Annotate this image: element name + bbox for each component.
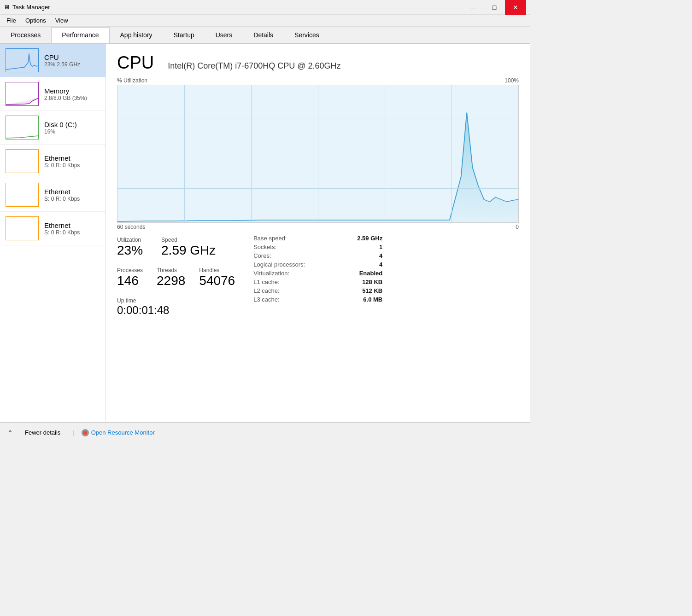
ethernet3-thumbnail — [6, 216, 39, 240]
threads-stat: Threads 2298 — [157, 265, 185, 290]
info-l3-val: 6.0 MB — [363, 296, 382, 303]
tab-processes[interactable]: Processes — [0, 27, 51, 43]
info-cores-val: 4 — [379, 252, 382, 259]
info-base-speed: Base speed: 2.59 GHz — [253, 235, 382, 242]
menu-bar: File Options View — [0, 15, 530, 27]
bottom-bar: ⌃ Fewer details | Open Resource Monitor — [0, 422, 530, 442]
memory-label: Memory — [44, 87, 87, 95]
uptime-stat: Up time 0:00:01:48 — [117, 296, 235, 319]
cpu-label: CPU — [44, 53, 80, 61]
menu-options[interactable]: Options — [21, 16, 51, 25]
tab-bar: Processes Performance App history Startu… — [0, 27, 530, 44]
grid-vert-1 — [184, 85, 185, 222]
tab-users[interactable]: Users — [205, 27, 243, 43]
memory-sub: 2.8/8.0 GB (35%) — [44, 95, 87, 101]
app-icon: 🖥 — [4, 4, 10, 11]
main-content: CPU 23% 2.59 GHz Memory 2.8/8.0 GB (35%) — [0, 44, 530, 422]
sidebar-item-ethernet1[interactable]: Ethernet S: 0 R: 0 Kbps — [0, 145, 106, 178]
info-l2cache: L2 cache: 512 KB — [253, 287, 382, 294]
info-cores: Cores: 4 — [253, 252, 382, 259]
menu-file[interactable]: File — [2, 16, 21, 25]
title-bar: 🖥 Task Manager — □ ✕ — [0, 0, 530, 15]
uptime-value: 0:00:01:48 — [117, 304, 235, 317]
ethernet2-label: Ethernet — [44, 188, 80, 196]
threads-value: 2298 — [157, 273, 185, 288]
disk-thumbnail — [6, 116, 39, 139]
cpu-info-section: Base speed: 2.59 GHz Sockets: 1 Cores: 4… — [253, 235, 382, 305]
chart-time-right: 0 — [516, 224, 519, 230]
cpu-sub: 23% 2.59 GHz — [44, 61, 80, 68]
chart-label-bottom: 60 seconds 0 — [117, 224, 519, 230]
grid-vert-5 — [452, 85, 452, 222]
grid-vert-4 — [385, 85, 385, 222]
stats-section: Utilization 23% Speed 2.59 GHz Processes… — [117, 235, 235, 319]
ethernet1-label: Ethernet — [44, 154, 80, 162]
tab-details[interactable]: Details — [243, 27, 284, 43]
sidebar-item-ethernet3[interactable]: Ethernet S: 0 R: 0 Kbps — [0, 212, 106, 245]
cpu-header: CPU Intel(R) Core(TM) i7-6700HQ CPU @ 2.… — [117, 53, 519, 73]
cpu-chart — [117, 85, 519, 223]
processes-stat: Processes 146 — [117, 265, 143, 290]
info-l2-val: 512 KB — [362, 287, 382, 294]
info-virtualization: Virtualization: Enabled — [253, 270, 382, 277]
handles-stat: Handles 54076 — [199, 265, 235, 290]
info-l1-key: L1 cache: — [253, 279, 279, 285]
info-logical-val: 4 — [379, 261, 382, 268]
chart-utilization-label: % Utilization — [117, 77, 147, 84]
app-title: Task Manager — [12, 4, 50, 11]
info-l3cache: L3 cache: 6.0 MB — [253, 296, 382, 303]
menu-view[interactable]: View — [51, 16, 73, 25]
grid-vert-3 — [318, 85, 318, 222]
close-button[interactable]: ✕ — [505, 0, 526, 15]
ethernet3-sub: S: 0 R: 0 Kbps — [44, 229, 80, 236]
tab-performance[interactable]: Performance — [51, 27, 109, 43]
sidebar-item-cpu[interactable]: CPU 23% 2.59 GHz — [0, 44, 106, 77]
sidebar: CPU 23% 2.59 GHz Memory 2.8/8.0 GB (35%) — [0, 44, 106, 422]
speed-value: 2.59 GHz — [161, 243, 216, 258]
open-resource-monitor-link[interactable]: Open Resource Monitor — [91, 429, 155, 436]
sidebar-item-disk[interactable]: Disk 0 (C:) 16% — [0, 111, 106, 145]
ethernet1-thumbnail — [6, 149, 39, 173]
utilization-value: 23% — [117, 243, 143, 258]
info-base-speed-key: Base speed: — [253, 235, 287, 242]
maximize-button[interactable]: □ — [484, 0, 505, 15]
info-l1cache: L1 cache: 128 KB — [253, 279, 382, 285]
disk-sub: 16% — [44, 128, 77, 135]
utilization-stat: Utilization 23% — [117, 235, 143, 260]
info-sockets: Sockets: 1 — [253, 244, 382, 250]
processes-value: 146 — [117, 273, 143, 288]
info-logical-processors: Logical processors: 4 — [253, 261, 382, 268]
sidebar-item-ethernet2[interactable]: Ethernet S: 0 R: 0 Kbps — [0, 178, 106, 212]
grid-vert-2 — [251, 85, 252, 222]
cpu-thumbnail — [6, 48, 39, 72]
fewer-details-button[interactable]: Fewer details — [20, 428, 65, 437]
utilization-label: Utilization — [117, 237, 143, 243]
tab-app-history[interactable]: App history — [110, 27, 163, 43]
ethernet3-label: Ethernet — [44, 221, 80, 229]
cpu-model: Intel(R) Core(TM) i7-6700HQ CPU @ 2.60GH… — [168, 61, 340, 71]
info-l1-val: 128 KB — [362, 279, 382, 285]
info-l3-key: L3 cache: — [253, 296, 279, 303]
handles-value: 54076 — [199, 273, 235, 288]
handles-label: Handles — [199, 267, 235, 273]
info-virt-val: Enabled — [359, 270, 383, 277]
memory-thumbnail — [6, 82, 39, 106]
window-controls: — □ ✕ — [463, 0, 526, 15]
sidebar-item-memory[interactable]: Memory 2.8/8.0 GB (35%) — [0, 77, 106, 111]
disk-label: Disk 0 (C:) — [44, 121, 77, 128]
right-panel: CPU Intel(R) Core(TM) i7-6700HQ CPU @ 2.… — [106, 44, 530, 422]
ethernet2-sub: S: 0 R: 0 Kbps — [44, 196, 80, 202]
minimize-button[interactable]: — — [463, 0, 484, 15]
processes-label: Processes — [117, 267, 143, 273]
chart-area: % Utilization 100% — [117, 77, 519, 230]
info-logical-key: Logical processors: — [253, 261, 305, 268]
stats-and-info: Utilization 23% Speed 2.59 GHz Processes… — [117, 235, 519, 319]
tab-startup[interactable]: Startup — [163, 27, 205, 43]
info-sockets-val: 1 — [379, 244, 382, 250]
speed-stat: Speed 2.59 GHz — [161, 235, 216, 260]
ethernet1-sub: S: 0 R: 0 Kbps — [44, 162, 80, 169]
ethernet2-thumbnail — [6, 183, 39, 207]
chart-max-label: 100% — [504, 77, 519, 84]
fewer-details-icon: ⌃ — [7, 429, 13, 436]
tab-services[interactable]: Services — [284, 27, 330, 43]
